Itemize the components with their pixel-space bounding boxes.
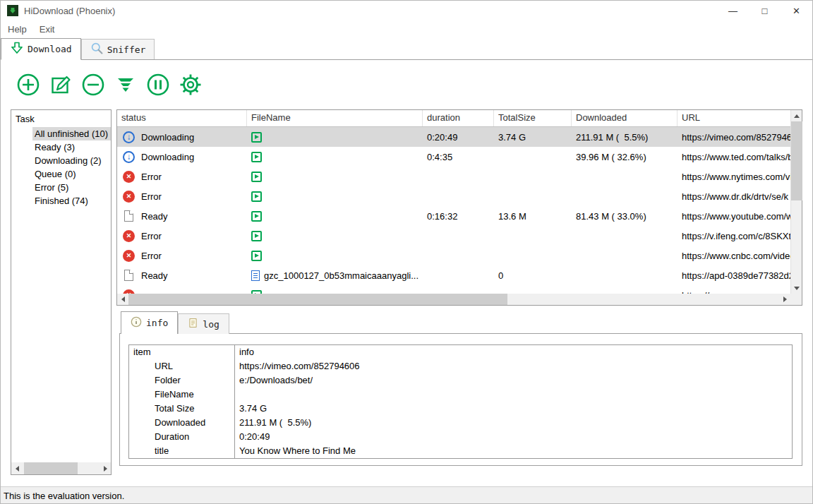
table-horizontal-scrollbar[interactable] bbox=[117, 294, 790, 305]
task-item[interactable]: Queue (0) bbox=[32, 167, 111, 181]
download-table: status FileName duration TotalSize Downl… bbox=[116, 109, 802, 306]
table-row[interactable]: Downloading 0:20:49 3.74 G 211.91 M ( 5.… bbox=[117, 127, 790, 147]
menubar: Help Exit bbox=[1, 20, 812, 37]
remove-task-button[interactable] bbox=[79, 71, 107, 100]
edit-task-button[interactable] bbox=[47, 71, 75, 100]
table-header: status FileName duration TotalSize Downl… bbox=[117, 110, 790, 127]
scroll-right-icon[interactable] bbox=[779, 294, 790, 305]
task-item[interactable]: Finished (74) bbox=[32, 194, 111, 208]
task-item-label: Queue (0) bbox=[35, 169, 76, 179]
table-row[interactable]: https:// bbox=[117, 285, 790, 294]
table-row[interactable]: Downloading 0:4:35 39.96 M ( 32.6%) http… bbox=[117, 147, 790, 167]
task-item[interactable]: Ready (3) bbox=[32, 140, 111, 154]
task-horizontal-scrollbar[interactable] bbox=[11, 462, 111, 474]
info-table: item info URL https://vimeo.com/85279460… bbox=[128, 344, 793, 459]
downloaded-cell: 81.43 M ( 33.0%) bbox=[572, 211, 678, 222]
task-item[interactable]: Error (5) bbox=[32, 181, 111, 194]
url-cell: https://www.cnbc.com/video bbox=[678, 251, 790, 261]
scrollbar-thumb[interactable] bbox=[128, 294, 507, 305]
scroll-down-icon[interactable] bbox=[791, 282, 802, 294]
info-row: Downloaded 211.91 M ( 5.5%) bbox=[129, 416, 792, 430]
edit-square-icon bbox=[48, 72, 73, 100]
info-item-label: FileName bbox=[129, 388, 235, 402]
download-table-body: Downloading 0:20:49 3.74 G 211.91 M ( 5.… bbox=[117, 127, 790, 294]
status-ready-icon bbox=[124, 210, 133, 222]
task-item[interactable]: Downloading (2) bbox=[32, 154, 111, 167]
task-item[interactable]: All unfinished (10) bbox=[32, 127, 111, 140]
scrollbar-thumb[interactable] bbox=[791, 121, 802, 200]
status-ready-icon bbox=[124, 270, 133, 281]
info-item-label: title bbox=[129, 444, 235, 458]
duration-cell: 0:20:49 bbox=[423, 132, 494, 143]
table-row[interactable]: Ready 0:16:32 13.6 M 81.43 M ( 33.0%) ht… bbox=[117, 206, 790, 226]
scrollbar-thumb[interactable] bbox=[24, 462, 78, 474]
task-item-label: Finished (74) bbox=[35, 196, 88, 206]
minimize-button[interactable]: — bbox=[717, 1, 749, 20]
info-item-label: Downloaded bbox=[129, 416, 235, 430]
column-header-duration[interactable]: duration bbox=[423, 110, 494, 126]
add-task-button[interactable] bbox=[14, 71, 42, 100]
totalsize-cell: 3.74 G bbox=[494, 132, 572, 143]
download-arrow-icon bbox=[10, 41, 24, 57]
gear-icon bbox=[178, 72, 203, 100]
totalsize-cell: 0 bbox=[494, 270, 572, 281]
table-row[interactable]: Ready gzc_1000127_0b53mmaicaaanyagli... … bbox=[117, 265, 790, 285]
info-item-label: Folder bbox=[129, 373, 235, 388]
tab-info[interactable]: info bbox=[121, 311, 178, 334]
play-icon bbox=[251, 231, 262, 241]
task-list: All unfinished (10) Ready (3) Downloadin… bbox=[11, 127, 111, 208]
tab-log[interactable]: log bbox=[178, 313, 229, 334]
scroll-left-icon[interactable] bbox=[117, 294, 128, 305]
statusbar-text: This is the evaluation version. bbox=[4, 491, 124, 501]
tab-download[interactable]: Download bbox=[1, 38, 81, 60]
task-item-label: All unfinished (10) bbox=[35, 128, 108, 139]
status-error-icon bbox=[123, 171, 135, 183]
status-label: Error bbox=[141, 251, 162, 261]
totalsize-cell: 13.6 M bbox=[494, 211, 572, 222]
column-header-totalsize[interactable]: TotalSize bbox=[494, 110, 572, 126]
filename-label: gzc_1000127_0b53mmaicaaanyagli... bbox=[264, 270, 418, 281]
scroll-left-icon[interactable] bbox=[11, 463, 23, 474]
url-cell: https://www.dr.dk/drtv/se/k bbox=[678, 191, 790, 202]
start-download-button[interactable] bbox=[112, 71, 140, 100]
close-button[interactable]: ✕ bbox=[781, 1, 812, 20]
info-row: Duration 0:20:49 bbox=[129, 430, 792, 444]
play-icon bbox=[251, 152, 262, 162]
duration-cell: 0:16:32 bbox=[423, 211, 494, 222]
column-header-downloaded[interactable]: Downloaded bbox=[572, 110, 678, 126]
table-vertical-scrollbar[interactable] bbox=[790, 110, 802, 294]
menu-item-help[interactable]: Help bbox=[8, 24, 27, 35]
table-row[interactable]: Error https://www.nytimes.com/vid bbox=[117, 167, 790, 186]
task-item-label: Ready (3) bbox=[35, 142, 75, 152]
tab-log-label: log bbox=[203, 319, 219, 330]
scroll-up-icon[interactable] bbox=[791, 110, 802, 121]
app-icon bbox=[7, 5, 18, 16]
task-panel: Task All unfinished (10) Ready (3) Downl… bbox=[11, 109, 112, 475]
task-item-label: Error (5) bbox=[35, 182, 68, 193]
table-row[interactable]: Error https://www.dr.dk/drtv/se/k bbox=[117, 186, 790, 206]
info-icon bbox=[131, 316, 142, 330]
status-label: Downloading bbox=[141, 152, 194, 162]
table-row[interactable]: Error https://v.ifeng.com/c/8SKXt bbox=[117, 226, 790, 246]
table-row[interactable]: Error https://www.cnbc.com/video bbox=[117, 246, 790, 265]
maximize-button[interactable]: □ bbox=[749, 1, 781, 20]
column-header-url[interactable]: URL bbox=[678, 110, 790, 126]
status-label: Error bbox=[141, 172, 162, 182]
info-row: FileName bbox=[129, 388, 792, 402]
info-item-value: 211.91 M ( 5.5%) bbox=[235, 416, 311, 430]
info-item-value bbox=[235, 388, 239, 402]
column-header-filename[interactable]: FileName bbox=[247, 110, 423, 126]
scroll-right-icon[interactable] bbox=[100, 463, 111, 474]
column-header-status[interactable]: status bbox=[117, 110, 247, 126]
info-item-value: https://vimeo.com/852794606 bbox=[235, 359, 360, 373]
menu-item-exit[interactable]: Exit bbox=[40, 24, 55, 35]
play-icon bbox=[251, 132, 262, 143]
document-icon bbox=[251, 270, 260, 281]
pause-button[interactable] bbox=[144, 71, 172, 100]
tab-sniffer[interactable]: Sniffer bbox=[81, 39, 155, 59]
scrollbar-corner bbox=[790, 294, 802, 305]
info-item-label: URL bbox=[129, 359, 235, 373]
log-icon bbox=[188, 318, 198, 330]
info-column-item: item bbox=[129, 345, 235, 359]
settings-button[interactable] bbox=[176, 71, 205, 100]
